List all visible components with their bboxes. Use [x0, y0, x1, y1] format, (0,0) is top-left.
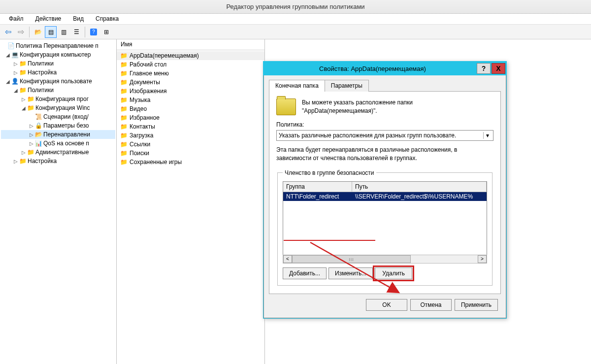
tree-computer-config[interactable]: ◢ 💻 Конфигурация компьютер	[1, 50, 115, 59]
window-titlebar: Редактор управления групповыми политикам…	[0, 0, 591, 14]
list-item[interactable]: Избранное	[117, 113, 264, 122]
dialog-close-button[interactable]: X	[492, 63, 505, 74]
folder-icon	[120, 52, 128, 60]
cancel-button[interactable]: Отмена	[410, 299, 452, 311]
expand-icon[interactable]: ▷	[29, 141, 34, 146]
collapse-icon[interactable]: ◢	[5, 79, 11, 84]
filelist-column-header[interactable]: Имя	[117, 39, 264, 50]
list-item[interactable]: Документы	[117, 78, 264, 87]
list-item[interactable]: Видео	[117, 104, 264, 113]
list-item-label: Ссылки	[130, 141, 150, 148]
up-button[interactable]: 📂	[32, 26, 44, 38]
list-item[interactable]: Музыка	[117, 96, 264, 104]
col-path[interactable]: Путь	[352, 182, 487, 192]
filter-button[interactable]: ⊞	[100, 26, 112, 38]
tab-target-folder[interactable]: Конечная папка	[269, 80, 325, 92]
horizontal-scrollbar[interactable]: < III >	[283, 255, 487, 264]
back-button[interactable]: ⇦	[2, 26, 14, 38]
list-item[interactable]: AppData(перемещаемая)	[117, 51, 264, 60]
list-item[interactable]: Контакты	[117, 122, 264, 131]
folder-up-icon: 📂	[34, 29, 42, 35]
folder-icon	[120, 149, 128, 157]
scroll-left-icon[interactable]: <	[283, 255, 292, 263]
list-button-2[interactable]: ☰	[70, 26, 82, 38]
tree-root-policy[interactable]: Политика Перенаправление п	[1, 41, 115, 50]
cell-group: NTT\Folder_redirect	[283, 192, 352, 201]
tree-qos[interactable]: ▷ 📊 QoS на основе п	[1, 139, 115, 148]
folder-icon	[120, 114, 128, 122]
list-item-label: Музыка	[130, 97, 150, 103]
list-item[interactable]: Сохраненные игры	[117, 158, 264, 166]
ok-button[interactable]: OK	[366, 299, 407, 311]
properties-button[interactable]: ▤	[45, 26, 57, 38]
menu-file[interactable]: Файл	[3, 14, 30, 24]
apply-button[interactable]: Применить	[455, 299, 498, 311]
add-button[interactable]: Добавить...	[283, 267, 327, 279]
dialog-help-button[interactable]: ?	[477, 63, 491, 74]
list-item[interactable]: Поиски	[117, 149, 264, 158]
info-text: Вы можете указать расположение папки "Ap…	[302, 99, 413, 115]
folder-icon	[120, 140, 128, 148]
list-item[interactable]: Загрузка	[117, 131, 264, 140]
tab-settings[interactable]: Параметры	[325, 80, 369, 92]
list-button-1[interactable]: ▥	[58, 26, 69, 38]
tree-scenarios[interactable]: 📜 Сценарии (вход/	[1, 112, 115, 121]
tab-panel-target: Вы можете указать расположение папки "Ap…	[269, 92, 501, 294]
list-item[interactable]: Рабочий стол	[117, 60, 264, 69]
grid-row-selected[interactable]: NTT\Folder_redirect \\SERVER\Folder_redi…	[283, 192, 487, 201]
forward-button[interactable]: ⇨	[15, 26, 27, 38]
scroll-thumb[interactable]: III	[292, 255, 411, 263]
tree-user-cfg-prog[interactable]: ▷ Конфигурация прог	[1, 95, 115, 103]
tree-user-settings[interactable]: ▷ Настройка	[1, 157, 115, 165]
folder-icon	[27, 104, 34, 112]
tree-computer-policies[interactable]: ▷ Политики	[1, 59, 115, 68]
folder-icon	[120, 105, 128, 113]
col-group[interactable]: Группа	[283, 182, 352, 192]
tree-admin-templates[interactable]: ▷ Административные	[1, 148, 115, 157]
edit-button[interactable]: Изменить...	[328, 267, 373, 279]
policy-dropdown[interactable]: Указать различные расположения для разны…	[276, 130, 493, 141]
tree-folder-redirection[interactable]: ▷ 📂 Перенаправлени	[1, 130, 115, 139]
tree-computer-settings[interactable]: ▷ Настройка	[1, 68, 115, 77]
menu-action[interactable]: Действие	[30, 14, 67, 24]
expand-icon[interactable]: ▷	[13, 159, 19, 164]
list-item[interactable]: Ссылки	[117, 140, 264, 149]
group-box-legend: Членство в группе безопасности	[283, 169, 376, 176]
tree-security-params[interactable]: ▷ 🔒 Параметры безо	[1, 121, 115, 130]
collapse-icon[interactable]: ◢	[21, 105, 27, 111]
collapse-icon[interactable]: ◢	[5, 52, 11, 58]
scroll-right-icon[interactable]: >	[478, 255, 487, 263]
menu-view[interactable]: Вид	[67, 14, 90, 24]
folder-icon	[120, 123, 128, 131]
delete-button[interactable]: Удалить	[375, 267, 412, 279]
folder-icon	[27, 95, 34, 103]
filter-icon: ⊞	[104, 29, 109, 35]
expand-icon[interactable]: ▷	[21, 150, 27, 155]
dropdown-value: Указать различные расположения для разны…	[279, 132, 483, 139]
list-item-label: Сохраненные игры	[130, 159, 182, 165]
scroll-track[interactable]: III	[292, 255, 478, 263]
folder-icon	[19, 86, 27, 94]
expand-icon[interactable]: ▷	[13, 61, 19, 66]
help-button[interactable]: ?	[88, 26, 99, 38]
folder-icon	[276, 99, 296, 115]
menu-help[interactable]: Справка	[90, 14, 125, 24]
expand-icon[interactable]: ▷	[29, 123, 34, 129]
expand-icon[interactable]: ▷	[21, 97, 27, 102]
tree-user-config[interactable]: ◢ 👤 Конфигурация пользовате	[1, 77, 115, 86]
security-group-membership-box: Членство в группе безопасности Группа Пу…	[277, 169, 492, 286]
dialog-titlebar[interactable]: Свойства: AppData(перемещаемая) ? X	[263, 62, 506, 75]
list-item-label: Документы	[130, 79, 160, 86]
properties-dialog: Свойства: AppData(перемещаемая) ? X Коне…	[263, 61, 507, 319]
list-item[interactable]: Главное меню	[117, 69, 264, 78]
folder-open-icon: 📂	[34, 131, 42, 138]
tree-user-cfg-win[interactable]: ◢ Конфигурация Winc	[1, 103, 115, 112]
tree-user-policies[interactable]: ◢ Политики	[1, 86, 115, 95]
chart-icon: 📊	[34, 139, 42, 147]
membership-grid[interactable]: Группа Путь NTT\Folder_redirect \\SERVER…	[283, 181, 487, 255]
expand-icon[interactable]: ▷	[13, 70, 19, 75]
script-icon: 📜	[34, 113, 42, 121]
expand-icon[interactable]: ▷	[29, 132, 34, 137]
list-item[interactable]: Изображения	[117, 87, 264, 96]
collapse-icon[interactable]: ◢	[13, 88, 19, 93]
